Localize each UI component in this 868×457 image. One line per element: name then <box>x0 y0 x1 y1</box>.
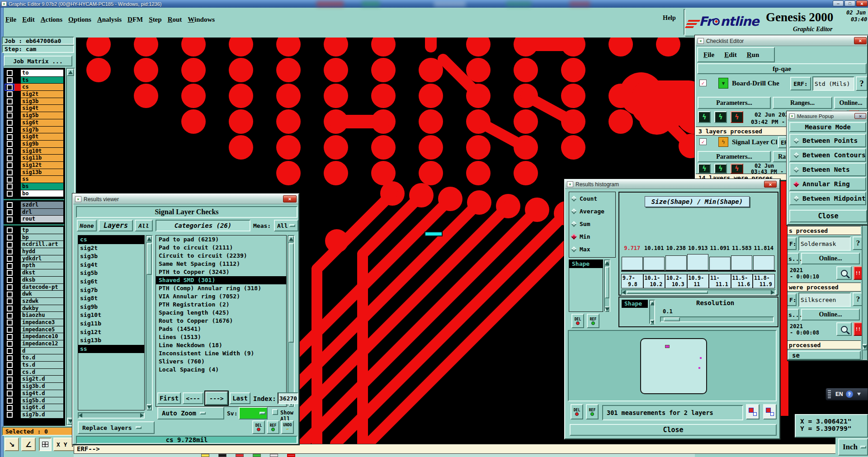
chart-column[interactable]: 10.238 <box>665 245 687 270</box>
rv-next-button[interactable]: ---> <box>205 391 228 405</box>
layer-visibility-checkbox[interactable] <box>5 333 14 340</box>
layer-row[interactable]: impedance5 <box>5 326 63 334</box>
chart-column[interactable]: 11.814 <box>753 245 775 270</box>
histogram-bar[interactable] <box>731 255 752 270</box>
export-histogram-button[interactable] <box>746 404 760 419</box>
layer-name[interactable]: impedance10 <box>21 333 63 340</box>
layer-name[interactable]: dksb <box>21 277 63 284</box>
rv-category-scrollbar[interactable] <box>288 235 295 407</box>
layer-visibility-checkbox[interactable] <box>5 354 14 362</box>
checklist-menu-item[interactable]: File <box>703 51 714 59</box>
rv-layer-item[interactable]: sig6t <box>78 278 144 286</box>
layer-row[interactable]: sig8t <box>5 133 63 141</box>
check4-parameters-button[interactable]: s... <box>788 309 799 320</box>
rv-layer-scrollbar[interactable] <box>146 235 153 410</box>
scroll-thumb[interactable] <box>288 243 294 343</box>
defect-marker[interactable] <box>665 345 669 348</box>
layer-visibility-checkbox[interactable] <box>5 376 14 383</box>
menu-item[interactable]: DFM <box>127 16 143 24</box>
layer-name[interactable]: sig4t.d <box>21 390 63 397</box>
layer-row[interactable]: bp <box>5 234 63 241</box>
layer-visibility-checkbox[interactable] <box>5 148 14 155</box>
layer-name[interactable]: dkst <box>21 269 63 277</box>
chart-column[interactable]: 11.583 <box>731 245 753 270</box>
checklist-menu-item[interactable]: Run <box>747 51 760 59</box>
chart-column[interactable]: 10.101 <box>643 245 665 270</box>
rv-last-button[interactable]: Last <box>230 392 250 404</box>
layer-row[interactable]: dwk <box>5 291 63 298</box>
rv-auto-zoom-dropdown[interactable]: Auto Zoom <box>157 407 224 419</box>
layer-name[interactable]: sig2t.d <box>21 376 63 383</box>
check1-erf-button[interactable]: ERF: <box>790 77 811 90</box>
rv-undo-button[interactable]: UNDO↩ <box>281 420 294 434</box>
layer-visibility-checkbox[interactable] <box>5 269 14 277</box>
histogram-ref-button2[interactable]: REF <box>586 404 599 419</box>
check3-parameters-button[interactable]: s... <box>788 253 799 264</box>
layer-name[interactable]: npth <box>21 262 63 269</box>
layer-visibility-checkbox[interactable] <box>5 291 14 298</box>
rv-category-item[interactable]: Lines (1513) <box>156 333 286 341</box>
check3-online-button[interactable]: Online... <box>801 253 860 264</box>
layer-visibility-checkbox[interactable] <box>5 277 14 284</box>
toolbar-icon[interactable] <box>287 454 295 457</box>
language-indicator[interactable]: EN <box>835 391 843 397</box>
layer-row[interactable]: ydkdrl <box>5 255 63 263</box>
layer-row[interactable]: sig11b <box>5 155 63 162</box>
layer-visibility-checkbox[interactable] <box>5 326 14 334</box>
histogram-ref-button[interactable]: REF <box>587 314 599 328</box>
toolbar-icon[interactable] <box>201 454 209 457</box>
scroll-thumb[interactable] <box>627 291 708 294</box>
results-histogram-window[interactable]: × Results histogram × Count Average Sum … <box>564 179 780 439</box>
layer-visibility-checkbox[interactable] <box>5 362 14 369</box>
rv-first-button[interactable]: First <box>157 392 181 404</box>
checklist-titlebar[interactable]: × Checklist Editor × <box>696 36 867 46</box>
run-check-icon[interactable]: ϟ <box>698 164 711 174</box>
toolbar-icon[interactable] <box>253 454 261 457</box>
board-preview-panel[interactable] <box>568 330 777 401</box>
layer-name[interactable]: to.d <box>21 354 63 362</box>
menu-item-help[interactable]: Help <box>663 14 676 22</box>
check3-alert-button[interactable]: !! <box>854 266 863 280</box>
layer-visibility-checkbox[interactable] <box>5 383 14 390</box>
layer-visibility-checkbox[interactable] <box>5 91 14 98</box>
resolution-slider-track[interactable] <box>660 316 774 322</box>
layer-visibility-checkbox[interactable] <box>5 162 14 169</box>
layer-row[interactable]: bs <box>5 183 63 190</box>
layer-row[interactable]: ts.d <box>5 362 63 369</box>
layer-name[interactable]: sig13b <box>21 169 63 176</box>
layer-name[interactable]: sig8t <box>21 133 63 141</box>
rv-category-item[interactable]: Pad to pad (6219) <box>156 236 286 244</box>
stat-mode-option[interactable]: Average <box>569 205 615 217</box>
check1-ranges-button[interactable]: Ranges... <box>773 97 832 109</box>
run-check-netlist-icon[interactable]: ϟ <box>714 164 727 174</box>
rv-layer-item[interactable]: sig9b <box>78 303 144 311</box>
measure-popup-close-button[interactable]: Close <box>789 210 867 222</box>
layer-row[interactable]: cs.d <box>5 369 63 376</box>
layer-name[interactable]: sig7b.d <box>21 411 63 419</box>
rv-layers-button[interactable]: Layers <box>99 220 133 231</box>
rv-category-item[interactable]: Circuit to circuit (2239) <box>156 252 286 260</box>
rv-none-button[interactable]: None <box>77 220 97 231</box>
layer-row[interactable]: sig12t <box>5 162 63 169</box>
layer-row[interactable]: sig5b.d <box>5 397 63 405</box>
checklist-scrollbar[interactable] <box>862 225 868 360</box>
rv-category-list[interactable]: Pad to pad (6219)Pad to circuit (2111)Ci… <box>156 235 287 407</box>
layer-name[interactable]: sig5b.d <box>21 397 63 405</box>
rv-meas-dropdown[interactable]: All <box>274 220 298 231</box>
layer-name[interactable]: sig6t <box>21 119 63 127</box>
job-matrix-button[interactable]: Job Matrix ... <box>4 56 72 66</box>
layer-visibility-checkbox[interactable] <box>5 70 14 77</box>
rv-category-item[interactable]: Pad to circuit (2111) <box>156 244 286 252</box>
rv-layer-item[interactable]: sig5b <box>78 269 144 278</box>
defect-marker[interactable] <box>698 367 700 369</box>
layer-visibility-checkbox[interactable] <box>5 216 14 223</box>
layer-visibility-checkbox[interactable] <box>5 77 14 84</box>
results-viewer-window[interactable]: × Results viewer × Signal Layer Checks N… <box>72 193 299 445</box>
layer-name[interactable]: ncdrill.art <box>21 241 63 248</box>
layer-name[interactable]: sig3b.d <box>21 383 63 390</box>
layer-visibility-checkbox[interactable] <box>5 369 14 376</box>
layer-name[interactable]: cs.d <box>21 369 63 376</box>
chart-column[interactable]: 11.091 <box>709 245 731 270</box>
scroll-thumb[interactable] <box>146 243 152 275</box>
layer-row[interactable]: sig6t <box>5 119 63 127</box>
